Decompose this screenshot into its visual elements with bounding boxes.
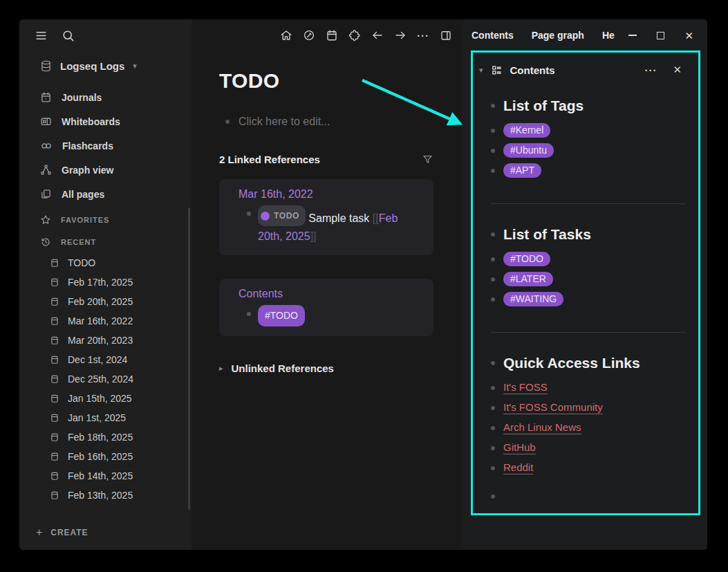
block-bullet[interactable] xyxy=(491,232,495,237)
recent-item[interactable]: Mar 20th, 2023 xyxy=(19,331,192,350)
sidebar-item-graph-view[interactable]: Graph view xyxy=(19,158,192,182)
close-button[interactable]: ✕ xyxy=(684,30,693,41)
ref-page-link[interactable]: Mar 16th, 2022 xyxy=(239,188,313,200)
back-arrow-icon[interactable] xyxy=(371,29,384,41)
tag-pill[interactable]: #Kernel xyxy=(503,123,550,138)
todo-checkbox-icon[interactable] xyxy=(261,212,270,221)
contents-panel-body: List of Tags #Kernel #Ubuntu xyxy=(473,83,698,506)
unlinked-references-title: Unlinked References xyxy=(232,362,334,374)
recent-item[interactable]: Feb 20th, 2025 xyxy=(19,292,192,311)
recent-item[interactable]: Jan 1st, 2025 xyxy=(19,408,192,427)
block-placeholder[interactable]: Click here to edit... xyxy=(239,116,330,128)
block-bullet[interactable] xyxy=(491,104,495,108)
recent-item[interactable]: Jan 15th, 2025 xyxy=(19,389,192,408)
external-link[interactable]: GitHub xyxy=(503,441,536,454)
tab-page-graph[interactable]: Page graph xyxy=(532,30,584,41)
panel-close-icon[interactable]: ✕ xyxy=(673,64,682,76)
sidebar-item-flashcards[interactable]: Flashcards xyxy=(19,133,192,158)
page-icon xyxy=(50,297,59,306)
recent-item[interactable]: TODO xyxy=(19,253,192,273)
filter-icon[interactable] xyxy=(422,154,433,165)
more-options-icon[interactable]: ··· xyxy=(417,30,429,41)
recent-item[interactable]: Mar 16th, 2022 xyxy=(19,311,192,331)
recent-list: TODO Feb 17th, 2025 Feb 20th, 20 xyxy=(19,253,192,505)
link-list: It's FOSS It's FOSS Community Arch Linux… xyxy=(491,378,686,478)
sidebar-item-whiteboards[interactable]: Whiteboards xyxy=(19,109,192,133)
tag-pill[interactable]: #WAITING xyxy=(503,292,563,306)
minimize-button[interactable] xyxy=(628,35,637,36)
sidebar-item-all-pages[interactable]: All pages xyxy=(19,182,192,206)
panel-menu-icon[interactable]: ··· xyxy=(644,64,657,76)
block-bullet[interactable] xyxy=(491,361,495,365)
tag-pill[interactable]: #TODO xyxy=(503,252,550,266)
right-sidebar-toggle-icon[interactable] xyxy=(440,29,452,41)
empty-block[interactable]: Click here to edit... xyxy=(219,116,433,128)
tag-row: #Ubuntu xyxy=(491,140,686,160)
left-sidebar: Logseq Logs ▾ Journals Whiteboards xyxy=(19,19,192,550)
block-bullet[interactable] xyxy=(247,212,251,216)
recent-item[interactable]: Feb 18th, 2025 xyxy=(19,427,192,447)
tag-pill[interactable]: #TODO xyxy=(258,305,305,326)
plugins-puzzle-icon[interactable] xyxy=(348,29,361,41)
recent-section[interactable]: RECENT xyxy=(19,231,192,253)
edit-pencil-icon[interactable] xyxy=(303,29,315,41)
journal-calendar-icon[interactable] xyxy=(326,29,338,41)
external-link[interactable]: Reddit xyxy=(503,461,533,474)
ref-bracket-open: [[ xyxy=(373,212,379,224)
empty-block-row xyxy=(491,486,686,506)
block-bullet[interactable] xyxy=(491,406,495,410)
main-toolbar: ··· xyxy=(192,19,461,51)
forward-arrow-icon[interactable] xyxy=(394,29,407,41)
recent-item[interactable]: Feb 13th, 2025 xyxy=(19,486,192,505)
search-icon[interactable] xyxy=(62,29,75,42)
recent-item[interactable]: Feb 16th, 2025 xyxy=(19,447,192,466)
block-bullet[interactable] xyxy=(491,446,495,450)
recent-item[interactable]: Feb 14th, 2025 xyxy=(19,466,192,486)
tag-pill[interactable]: #Ubuntu xyxy=(503,143,554,158)
right-sidebar: Contents Page graph He ✕ ▾ Contents xyxy=(461,19,707,550)
block-bullet[interactable] xyxy=(491,257,495,261)
page-icon xyxy=(50,413,59,423)
create-label: CREATE xyxy=(50,528,88,537)
page-icon xyxy=(50,277,59,287)
graph-view-icon xyxy=(40,164,52,176)
tag-pill[interactable]: #LATER xyxy=(503,272,553,286)
ref-page-link[interactable]: Contents xyxy=(239,288,283,299)
block-bullet[interactable] xyxy=(491,495,495,499)
hamburger-menu-icon[interactable] xyxy=(35,29,48,42)
home-icon[interactable] xyxy=(280,29,292,41)
block-bullet[interactable] xyxy=(491,466,495,470)
page-title[interactable]: TODO xyxy=(219,69,433,93)
favorites-section[interactable]: FAVORITES xyxy=(19,209,192,231)
tab-contents[interactable]: Contents xyxy=(472,30,514,41)
block-bullet[interactable] xyxy=(491,386,495,390)
graph-selector[interactable]: Logseq Logs ▾ xyxy=(40,56,137,75)
tag-list: #TODO #LATER #WAITING xyxy=(491,249,686,309)
block-bullet[interactable] xyxy=(491,297,495,302)
create-button[interactable]: + CREATE xyxy=(36,526,88,539)
contents-panel: ▾ Contents ··· ✕ List of Tags xyxy=(471,50,700,515)
block-bullet[interactable] xyxy=(491,277,495,282)
recent-item[interactable]: Dec 25th, 2024 xyxy=(19,369,192,389)
tab-help[interactable]: He xyxy=(602,30,615,41)
external-link[interactable]: Arch Linux News xyxy=(503,421,581,434)
block-bullet[interactable] xyxy=(247,312,251,316)
collapse-chevron-icon[interactable]: ▾ xyxy=(479,66,483,75)
minimize-icon xyxy=(628,35,637,36)
external-link[interactable]: It's FOSS xyxy=(503,381,548,394)
todo-marker-pill[interactable]: TODO xyxy=(258,205,306,226)
maximize-button[interactable] xyxy=(657,32,664,39)
sidebar-scrollbar[interactable] xyxy=(188,207,190,510)
tag-pill[interactable]: #APT xyxy=(503,163,541,178)
block-bullet[interactable] xyxy=(491,149,495,153)
recent-item[interactable]: Feb 17th, 2025 xyxy=(19,273,192,292)
unlinked-references-toggle[interactable]: ▸ Unlinked References xyxy=(219,362,433,374)
external-link[interactable]: It's FOSS Community xyxy=(503,401,603,414)
block-bullet[interactable] xyxy=(491,426,495,430)
sidebar-item-journals[interactable]: Journals xyxy=(19,85,192,109)
panel-actions: ··· ✕ xyxy=(644,64,682,76)
block-bullet[interactable] xyxy=(225,120,230,124)
block-bullet[interactable] xyxy=(491,169,495,173)
recent-item[interactable]: Dec 1st, 2024 xyxy=(19,350,192,369)
block-bullet[interactable] xyxy=(491,129,495,133)
